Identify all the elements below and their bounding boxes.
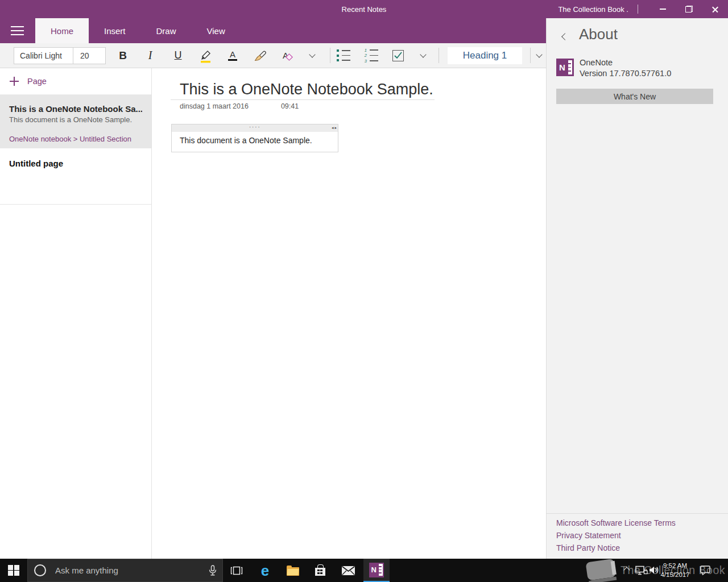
page-item-breadcrumb: OneNote notebook > Untitled Section <box>9 135 142 143</box>
panel-divider <box>547 513 728 514</box>
task-view-icon <box>230 566 243 576</box>
onenote-app-window: Recent Notes The Collection Book . Home … <box>0 0 728 582</box>
more-formatting-button[interactable] <box>302 43 322 68</box>
add-page-button[interactable]: Page <box>0 68 151 95</box>
restore-button[interactable] <box>676 0 702 18</box>
license-terms-link[interactable]: Microsoft Software License Terms <box>556 518 676 527</box>
formatting-toolbar: Calibri Light 20 B I U A <box>0 43 546 68</box>
onenote-taskbar-button[interactable]: N <box>363 559 390 582</box>
minimize-icon <box>660 9 666 10</box>
tab-view[interactable]: View <box>192 18 241 43</box>
titlebar-divider <box>638 5 638 14</box>
chevron-left-icon <box>561 33 569 40</box>
microphone-icon[interactable] <box>209 565 217 576</box>
toolbar-divider <box>530 48 531 63</box>
start-button[interactable] <box>0 559 27 582</box>
mail-taskbar-button[interactable] <box>336 559 361 582</box>
taskbar-clock[interactable]: 9:52 AM 4/15/2017 <box>659 561 692 579</box>
format-painter-icon <box>253 49 267 63</box>
page-meta: dinsdag 1 maart 201609:41 <box>180 102 299 110</box>
numbered-list-button[interactable]: 1 2 3 <box>358 43 383 68</box>
todo-checkbox-button[interactable] <box>386 43 411 68</box>
font-color-button[interactable]: A <box>220 43 245 68</box>
about-panel: About N OneNote Version 17.7870.57761.0 … <box>546 18 728 559</box>
resize-handle-icon[interactable]: ◂ ▸ <box>332 125 337 130</box>
app-version: Version 17.7870.57761.0 <box>580 69 671 78</box>
chevron-down-icon <box>309 51 315 57</box>
page-date: dinsdag 1 maart 2016 <box>180 102 249 110</box>
page-list-item-selected[interactable]: This is a OneNote Notebook Sa... This do… <box>0 95 151 148</box>
page-item-title: Untitled page <box>9 159 63 168</box>
mail-icon <box>342 566 355 575</box>
ribbon-tabs: Home Insert Draw View <box>35 18 241 43</box>
close-icon <box>712 6 719 13</box>
clock-date: 4/15/2017 <box>659 570 692 579</box>
styles-dropdown-button[interactable] <box>532 43 546 68</box>
format-painter-button[interactable] <box>247 43 272 68</box>
onenote-app-icon: N <box>556 59 574 76</box>
note-container-handle[interactable]: ···· ◂ ▸ <box>172 124 338 132</box>
collection-book-title: The Collection Book . <box>558 5 628 14</box>
bold-button[interactable]: B <box>110 43 135 68</box>
page-item-title: This is a OneNote Notebook Sa... <box>9 104 142 114</box>
file-explorer-taskbar-button[interactable] <box>280 559 305 582</box>
italic-button[interactable]: I <box>138 43 163 68</box>
title-bar: Recent Notes The Collection Book . <box>0 0 728 18</box>
tab-home[interactable]: Home <box>35 18 89 43</box>
whats-new-button[interactable]: What's New <box>556 89 713 104</box>
more-lists-button[interactable] <box>413 43 433 68</box>
store-taskbar-button[interactable] <box>308 559 333 582</box>
search-input[interactable] <box>54 565 209 576</box>
underline-icon: U <box>175 49 182 61</box>
tab-insert[interactable]: Insert <box>89 18 141 43</box>
task-view-button[interactable] <box>223 559 250 582</box>
bullet-list-button[interactable] <box>331 43 356 68</box>
privacy-statement-link[interactable]: Privacy Statement <box>556 531 676 540</box>
font-color-icon: A <box>228 50 237 61</box>
bold-icon: B <box>119 49 127 62</box>
paragraph-style-select[interactable]: Heading 1 <box>448 47 522 64</box>
page-time: 09:41 <box>281 102 299 110</box>
hamburger-menu-button[interactable] <box>5 18 30 43</box>
titlebar-right-cluster: The Collection Book . <box>558 0 728 18</box>
network-tray-icon[interactable] <box>635 566 648 576</box>
back-button[interactable] <box>559 31 570 42</box>
windows-taskbar: e N The Colle <box>0 559 728 582</box>
note-text[interactable]: This document is a OneNote Sample. <box>172 132 338 145</box>
tab-draw[interactable]: Draw <box>141 18 192 43</box>
font-size-select[interactable]: 20 <box>73 48 105 64</box>
page-title[interactable]: This is a OneNote Notebook Sample. <box>180 81 433 98</box>
note-canvas[interactable]: This is a OneNote Notebook Sample. dinsd… <box>152 68 546 559</box>
font-name-select[interactable]: Calibri Light <box>14 48 73 64</box>
underline-button[interactable]: U <box>166 43 191 68</box>
highlighter-icon <box>198 48 213 63</box>
about-links: Microsoft Software License Terms Privacy… <box>556 518 676 552</box>
app-name: OneNote <box>580 58 613 67</box>
clear-formatting-button[interactable]: A <box>275 43 300 68</box>
page-item-subtitle: This document is a OneNote Sample. <box>9 115 142 124</box>
chevron-down-icon <box>420 51 426 57</box>
file-explorer-icon <box>287 567 299 576</box>
edge-icon: e <box>261 563 269 578</box>
italic-icon: I <box>148 49 152 62</box>
ribbon-tab-row: Home Insert Draw View <box>0 18 546 43</box>
toolbar-divider <box>330 48 330 63</box>
add-page-label: Page <box>27 77 47 86</box>
bullet-list-icon <box>337 49 350 61</box>
minimize-button[interactable] <box>650 0 676 18</box>
clear-formatting-icon: A <box>283 51 292 60</box>
title-underline <box>171 99 435 100</box>
close-button[interactable] <box>702 0 728 18</box>
page-list-item[interactable]: Untitled page <box>0 148 151 205</box>
pages-sidebar: Page This is a OneNote Notebook Sa... Th… <box>0 68 152 559</box>
cortana-search-box[interactable] <box>27 559 223 582</box>
edge-taskbar-button[interactable]: e <box>253 559 278 582</box>
third-party-notice-link[interactable]: Third Party Notice <box>556 543 676 552</box>
todo-checkbox-icon <box>392 50 404 61</box>
drag-handle-icon[interactable]: ···· <box>172 124 338 130</box>
about-panel-title: About <box>579 26 618 43</box>
highlighter-button[interactable] <box>193 43 218 68</box>
numbered-list-icon: 1 2 3 <box>363 49 378 63</box>
action-center-icon[interactable] <box>700 566 710 575</box>
note-container[interactable]: ···· ◂ ▸ This document is a OneNote Samp… <box>171 124 338 152</box>
